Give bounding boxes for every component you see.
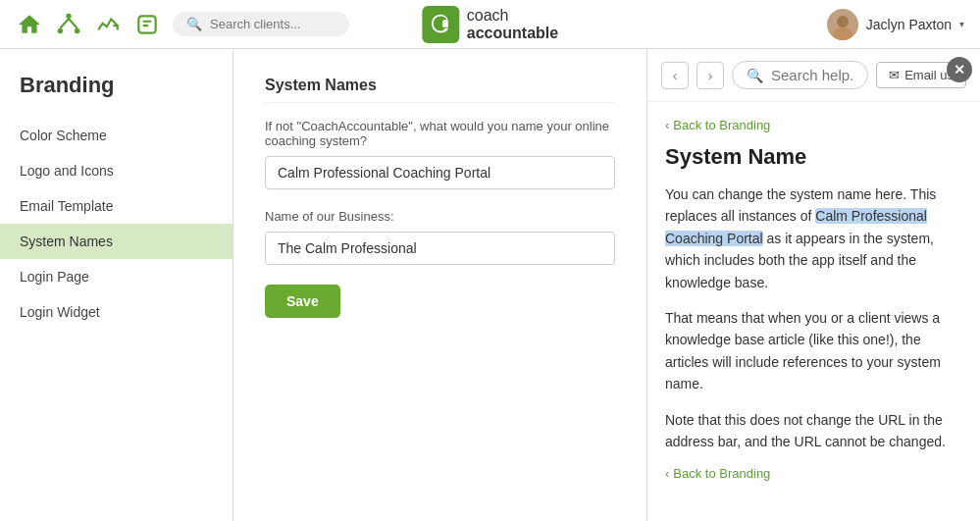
top-nav: 🔍 coach accountable Jaclyn Paxton ▾ bbox=[0, 0, 980, 49]
back-label-top: Back to Branding bbox=[673, 118, 770, 132]
save-button[interactable]: Save bbox=[265, 285, 340, 318]
logo-text: coach accountable bbox=[467, 7, 558, 41]
user-menu[interactable]: Jaclyn Paxton ▾ bbox=[827, 9, 964, 40]
logo: coach accountable bbox=[422, 6, 558, 43]
home-icon[interactable] bbox=[16, 11, 43, 38]
main-content: System Names If not "CoachAccountable", … bbox=[233, 49, 646, 521]
article-para-1: You can change the system name here. Thi… bbox=[665, 183, 962, 293]
svg-point-1 bbox=[58, 27, 63, 32]
email-icon: ✉ bbox=[889, 68, 900, 82]
help-panel: ✕ ‹ › 🔍 ✉ Email us ‹ Back to Branding bbox=[646, 49, 980, 521]
back-to-branding-bottom[interactable]: ‹ Back to Branding bbox=[665, 466, 962, 481]
svg-point-0 bbox=[66, 13, 71, 18]
nav-icons bbox=[16, 11, 161, 38]
back-chevron-bottom-icon: ‹ bbox=[665, 466, 669, 481]
sidebar: Branding Color Scheme Logo and Icons Ema… bbox=[0, 49, 233, 521]
highlight-system-name: Calm Professional Coaching Portal bbox=[665, 208, 927, 245]
logo-icon bbox=[422, 6, 459, 43]
chart-icon[interactable] bbox=[94, 11, 122, 38]
search-clients-wrap[interactable]: 🔍 bbox=[173, 12, 349, 36]
back-chevron-icon: ‹ bbox=[665, 118, 669, 132]
field2-label: Name of our Business: bbox=[265, 209, 615, 224]
field2-input[interactable] bbox=[265, 232, 615, 265]
field1-label: If not "CoachAccountable", what would yo… bbox=[265, 119, 615, 148]
badge-icon[interactable] bbox=[133, 11, 161, 38]
section-title: System Names bbox=[265, 77, 615, 103]
sidebar-item-email-template[interactable]: Email Template bbox=[0, 188, 232, 224]
search-clients-input[interactable] bbox=[210, 17, 337, 31]
hierarchy-icon[interactable] bbox=[55, 11, 82, 38]
sidebar-item-system-names[interactable]: System Names bbox=[0, 224, 232, 259]
svg-point-2 bbox=[75, 27, 79, 32]
sidebar-item-color-scheme[interactable]: Color Scheme bbox=[0, 118, 232, 153]
help-content: ‹ Back to Branding System Name You can c… bbox=[647, 102, 980, 521]
svg-point-6 bbox=[837, 16, 849, 27]
svg-line-3 bbox=[60, 19, 69, 28]
help-search-input[interactable] bbox=[771, 67, 853, 83]
sidebar-item-login-page[interactable]: Login Page bbox=[0, 259, 232, 294]
back-label-bottom: Back to Branding bbox=[673, 466, 770, 481]
back-to-branding-top[interactable]: ‹ Back to Branding bbox=[665, 118, 962, 132]
article-para-2: That means that when you or a client vie… bbox=[665, 307, 962, 395]
sidebar-item-login-widget[interactable]: Login Widget bbox=[0, 294, 232, 330]
help-back-button[interactable]: ‹ bbox=[661, 62, 689, 89]
main-layout: Branding Color Scheme Logo and Icons Ema… bbox=[0, 49, 980, 521]
user-name: Jaclyn Paxton bbox=[866, 17, 952, 32]
article-body: You can change the system name here. Thi… bbox=[665, 183, 962, 452]
sidebar-item-logo-icons[interactable]: Logo and Icons bbox=[0, 153, 232, 188]
close-help-button[interactable]: ✕ bbox=[947, 57, 972, 82]
chevron-right-icon: › bbox=[708, 68, 713, 83]
search-help-icon: 🔍 bbox=[747, 68, 763, 83]
chevron-left-icon: ‹ bbox=[673, 68, 678, 83]
search-clients-icon: 🔍 bbox=[186, 17, 202, 31]
help-search-wrap[interactable]: 🔍 bbox=[732, 61, 868, 89]
field1-input[interactable] bbox=[265, 156, 615, 189]
close-icon: ✕ bbox=[954, 62, 965, 78]
svg-point-7 bbox=[833, 27, 852, 40]
avatar bbox=[827, 9, 858, 40]
sidebar-title: Branding bbox=[0, 73, 232, 118]
article-para-3: Note that this does not change the URL i… bbox=[665, 409, 962, 453]
chevron-down-icon: ▾ bbox=[959, 19, 964, 29]
svg-line-4 bbox=[69, 19, 77, 28]
help-header: ‹ › 🔍 ✉ Email us bbox=[647, 49, 980, 102]
help-forward-button[interactable]: › bbox=[696, 62, 724, 89]
article-title: System Name bbox=[665, 144, 962, 170]
